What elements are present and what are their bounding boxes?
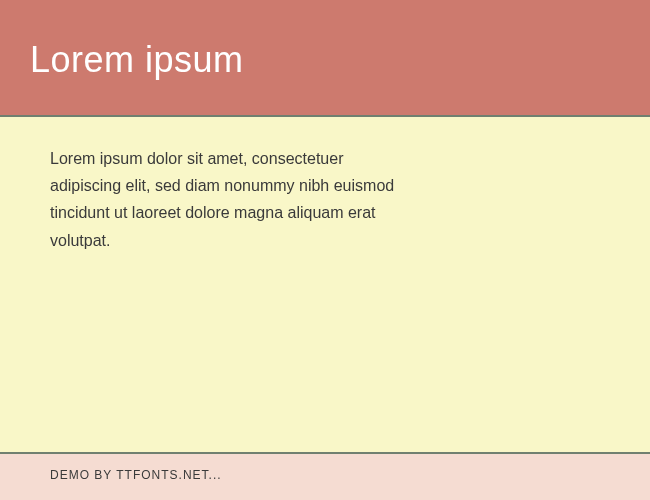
page-title: Lorem ipsum (30, 39, 244, 81)
header-section: Lorem ipsum (0, 0, 650, 115)
footer-section: DEMO BY TTFONTS.NET... (0, 454, 650, 500)
footer-attribution: DEMO BY TTFONTS.NET... (50, 468, 600, 482)
body-section: Lorem ipsum dolor sit amet, consectetuer… (0, 117, 650, 452)
body-paragraph: Lorem ipsum dolor sit amet, consectetuer… (50, 145, 410, 254)
